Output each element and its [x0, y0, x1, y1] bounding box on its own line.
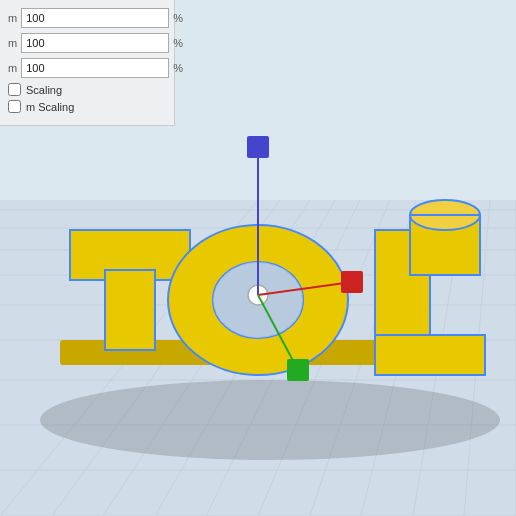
svg-rect-46: [247, 136, 269, 158]
svg-point-24: [40, 380, 500, 460]
uniform-scaling-label: m Scaling: [26, 101, 74, 113]
scaling-checkbox[interactable]: [8, 83, 21, 96]
z-value-input[interactable]: [21, 58, 169, 78]
z-unit-label: %: [173, 62, 183, 74]
y-value-input[interactable]: [21, 33, 169, 53]
x-axis-row: m %: [8, 8, 166, 28]
scaling-checkbox-row: Scaling: [8, 83, 166, 96]
svg-rect-48: [341, 271, 363, 293]
x-value-input[interactable]: [21, 8, 169, 28]
y-unit-label: %: [173, 37, 183, 49]
uniform-scaling-checkbox[interactable]: [8, 100, 21, 113]
y-axis-label: m: [8, 37, 17, 49]
x-unit-label: %: [173, 12, 183, 24]
svg-rect-37: [375, 335, 485, 375]
control-panel: m % m % m % Scaling m Scaling: [0, 0, 175, 126]
x-axis-label: m: [8, 12, 17, 24]
scaling-label: Scaling: [26, 84, 62, 96]
z-axis-row: m %: [8, 58, 166, 78]
y-axis-row: m %: [8, 33, 166, 53]
svg-rect-28: [105, 270, 155, 350]
uniform-scaling-checkbox-row: m Scaling: [8, 100, 166, 113]
svg-rect-50: [287, 359, 309, 381]
z-axis-label: m: [8, 62, 17, 74]
